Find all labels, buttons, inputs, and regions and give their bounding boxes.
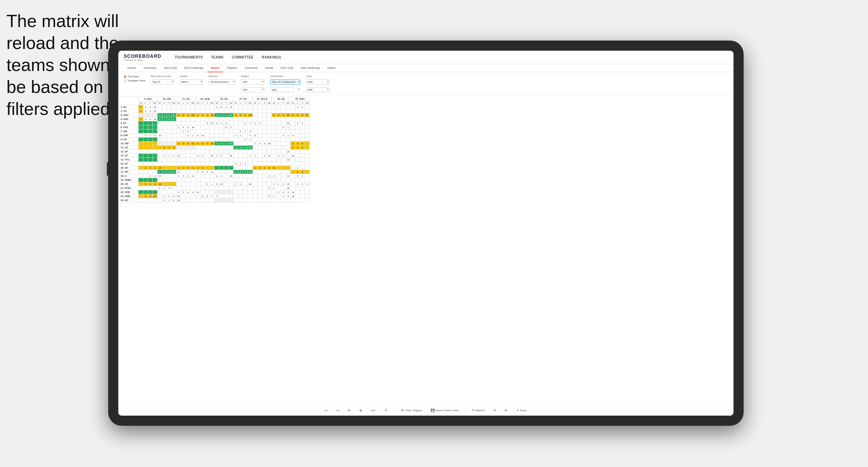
matrix-cell[interactable]: [291, 170, 295, 174]
matrix-cell[interactable]: [143, 186, 148, 190]
matrix-cell[interactable]: [162, 142, 167, 146]
matrix-cell[interactable]: 1: [139, 117, 143, 121]
matrix-cell[interactable]: [210, 125, 215, 129]
matrix-cell[interactable]: 0: [215, 194, 219, 198]
matrix-cell[interactable]: 0: [186, 129, 191, 133]
matrix-cell[interactable]: [139, 138, 143, 142]
matrix-cell[interactable]: [281, 198, 286, 202]
matrix-cell[interactable]: [210, 138, 215, 142]
matrix-cell[interactable]: [191, 198, 196, 202]
matrix-cell[interactable]: [219, 178, 224, 182]
matrix-cell[interactable]: [219, 186, 224, 190]
matrix-cell[interactable]: 0: [148, 194, 153, 198]
matrix-cell[interactable]: [305, 133, 310, 138]
matrix-cell[interactable]: [295, 133, 300, 138]
matrix-cell[interactable]: [281, 162, 286, 166]
matrix-cell[interactable]: [153, 121, 158, 125]
matrix-cell[interactable]: 1: [210, 182, 215, 186]
nav-committee[interactable]: COMMITTEE: [232, 54, 254, 60]
matrix-cell[interactable]: [243, 198, 248, 202]
matrix-cell[interactable]: [139, 198, 143, 202]
matrix-cell[interactable]: [181, 146, 186, 150]
matrix-cell[interactable]: [196, 129, 200, 133]
matrix-cell[interactable]: [238, 105, 243, 109]
matrix-cell[interactable]: [167, 190, 172, 194]
matrix-cell[interactable]: [224, 170, 229, 174]
matrix-cell[interactable]: [258, 158, 262, 162]
matrix-cell[interactable]: [234, 125, 238, 129]
matrix-cell[interactable]: [181, 194, 186, 198]
matrix-cell[interactable]: [276, 129, 281, 133]
matrix-cell[interactable]: 1: [238, 133, 243, 138]
conference-select[interactable]: Pac-12 Conference (All): [270, 79, 300, 84]
matrix-cell[interactable]: [205, 190, 210, 194]
matrix-cell[interactable]: [276, 150, 281, 154]
matrix-cell[interactable]: [143, 113, 148, 117]
matrix-cell[interactable]: [191, 170, 196, 174]
matrix-cell[interactable]: [215, 170, 219, 174]
matrix-cell[interactable]: [272, 150, 276, 154]
matrix-cell[interactable]: [196, 178, 200, 182]
matrix-cell[interactable]: [167, 174, 172, 178]
matrix-cell[interactable]: 25: [176, 194, 181, 198]
matrix-cell[interactable]: [205, 150, 210, 154]
matrix-cell[interactable]: [200, 105, 205, 109]
matrix-cell[interactable]: 1: [181, 129, 186, 133]
matrix-cell[interactable]: [186, 121, 191, 125]
matrix-cell[interactable]: [248, 166, 253, 170]
matrix-cell[interactable]: [243, 142, 248, 146]
matrix-cell[interactable]: 1: [286, 125, 291, 129]
matrix-cell[interactable]: [295, 117, 300, 121]
matrix-cell[interactable]: [276, 142, 281, 146]
matrix-cell[interactable]: [176, 158, 181, 162]
matrix-cell[interactable]: [253, 113, 258, 117]
matrix-cell[interactable]: [158, 198, 162, 202]
matrix-cell[interactable]: [176, 138, 181, 142]
matrix-cell[interactable]: 0: [281, 190, 286, 194]
matrix-cell[interactable]: [286, 105, 291, 109]
matrix-cell[interactable]: 1: [272, 174, 276, 178]
matrix-cell[interactable]: [305, 142, 310, 146]
matrix-cell[interactable]: [243, 166, 248, 170]
matrix-cell[interactable]: [200, 129, 205, 133]
matrix-cell[interactable]: 2: [162, 154, 167, 158]
matrix-cell[interactable]: [272, 117, 276, 121]
matrix-cell[interactable]: [181, 138, 186, 142]
matrix-cell[interactable]: [186, 117, 191, 121]
matrix-cell[interactable]: [215, 133, 219, 138]
matrix-cell[interactable]: [267, 162, 272, 166]
matrix-cell[interactable]: [305, 129, 310, 133]
matrix-cell[interactable]: 11: [176, 170, 181, 174]
matrix-cell[interactable]: 1: [172, 154, 176, 158]
matrix-cell[interactable]: 0: [224, 113, 229, 117]
matrix-cell[interactable]: 4: [295, 142, 300, 146]
matrix-cell[interactable]: 60: [267, 142, 272, 146]
matrix-cell[interactable]: [176, 178, 181, 182]
matrix-cell[interactable]: 3: [295, 113, 300, 117]
matrix-cell[interactable]: [139, 162, 143, 166]
matrix-cell[interactable]: 5: [300, 142, 305, 146]
matrix-cell[interactable]: [258, 190, 262, 194]
matrix-cell[interactable]: [205, 117, 210, 121]
matrix-cell[interactable]: [139, 125, 143, 129]
matrix-cell[interactable]: [153, 158, 158, 162]
matrix-cell[interactable]: 3: [295, 146, 300, 150]
matrix-cell[interactable]: [143, 198, 148, 202]
matrix-cell[interactable]: [205, 125, 210, 129]
matrix-cell[interactable]: [229, 162, 234, 166]
matrix-cell[interactable]: 11: [158, 174, 162, 178]
matrix-cell[interactable]: [238, 154, 243, 158]
matrix-cell[interactable]: [172, 158, 176, 162]
matrix-cell[interactable]: [181, 182, 186, 186]
matrix-cell[interactable]: [224, 109, 229, 113]
matrix-cell[interactable]: [258, 174, 262, 178]
matrix-cell[interactable]: [191, 150, 196, 154]
matrix-cell[interactable]: [276, 138, 281, 142]
matrix-cell[interactable]: 2: [143, 166, 148, 170]
matrix-cell[interactable]: 19: [286, 182, 291, 186]
matrix-cell[interactable]: [191, 154, 196, 158]
matrix-cell[interactable]: 5: [176, 113, 181, 117]
matrix-cell[interactable]: [215, 125, 219, 129]
matrix-cell[interactable]: [300, 117, 305, 121]
matrix-cell[interactable]: [219, 194, 224, 198]
